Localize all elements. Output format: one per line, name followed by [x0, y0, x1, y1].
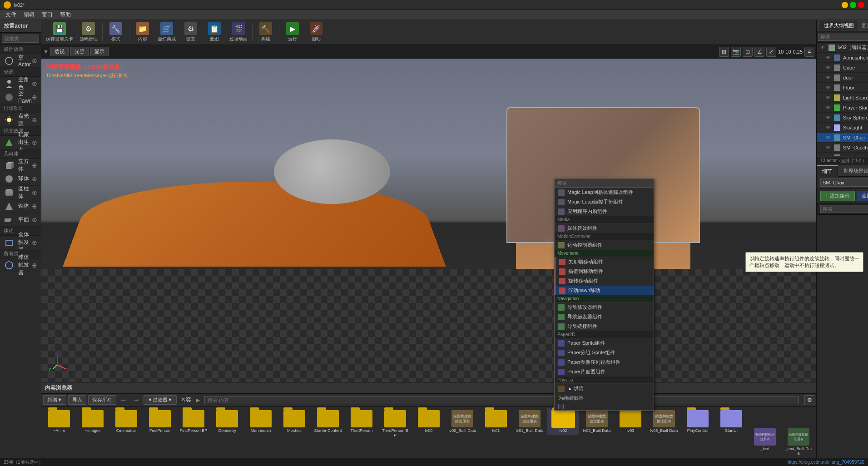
folder-firstpersonbp[interactable]: FirstPerson BP [178, 408, 209, 435]
cb-search-input[interactable] [204, 396, 799, 404]
minimize-btn[interactable] [842, 2, 848, 8]
folder-thirdperson[interactable]: ThirdPerson [346, 408, 377, 435]
dd-item-rotate[interactable]: 旋转移动组件 [555, 276, 654, 286]
pure-editor-checkbox[interactable] [558, 404, 564, 409]
folder-firstperson[interactable]: FirstPerson [144, 408, 176, 435]
item-lv01-built[interactable]: 贴图构建数据注册表 lv01_Built Data [514, 408, 546, 435]
add-item-btn[interactable]: ⊕ [32, 203, 37, 210]
dropdown-arrow[interactable]: ▼ [43, 49, 49, 55]
cb-import-btn[interactable]: 导入 [68, 395, 86, 405]
wo-item-playerstart[interactable]: 👁 Player Start PlayerStart [817, 103, 868, 113]
folder-thirdpersonbp[interactable]: ThirdPerson BP [379, 408, 411, 439]
folder-lv02[interactable]: lv02 [547, 408, 579, 435]
add-item-btn[interactable]: ⊕ [32, 216, 37, 223]
build-btn[interactable]: 🔨 构建 [254, 20, 277, 44]
show-btn[interactable]: 显示 [90, 47, 109, 56]
add-item-btn[interactable]: ⊕ [32, 162, 37, 169]
tab-details[interactable]: 细节 [817, 165, 838, 177]
wo-item-cube[interactable]: 👁 Cube StaticMeshActor [817, 63, 868, 73]
place-item-box-trigger[interactable]: 盒体触发器 ⊕ [0, 236, 41, 249]
place-item-plane[interactable]: 平面 ⊕ [0, 213, 41, 227]
add-item-btn[interactable]: ⊕ [32, 80, 37, 87]
tab-world-settings[interactable]: 世界场景设置 [838, 166, 868, 176]
item-text-map[interactable]: 贴图构建数据注册表 _text [749, 426, 781, 453]
cb-filter-btn[interactable]: ▼过滤器▼ [144, 395, 177, 405]
source-btn[interactable]: ⚙ 源码管理 [77, 20, 100, 44]
wo-item-smtable[interactable]: 👁 SM_TableRound StaticMeshActor [817, 153, 868, 156]
add-item-btn[interactable]: ⊕ [32, 189, 37, 196]
lighting-btn[interactable]: 光照 [70, 47, 89, 56]
folder-lv00[interactable]: lv00 [413, 408, 445, 435]
dd-item-interp[interactable]: 插值到移动组件 [555, 267, 654, 276]
wo-item-root[interactable]: 👁 lv02（编辑器） 世界场景 [817, 43, 868, 53]
add-item-btn[interactable]: ⊕ [32, 116, 37, 124]
blueprint-btn[interactable]: 📋 蓝图 [203, 20, 226, 44]
place-item-empty-pawn[interactable]: 空Pawn ⊕ [0, 90, 41, 104]
dd-item-media-sound[interactable]: 媒体音效组件 [555, 223, 654, 233]
dd-item-inapp[interactable]: 应用程序内购组件 [555, 207, 654, 216]
grid-icon[interactable]: ⊡ [743, 47, 753, 57]
wo-item-door[interactable]: 👁 door StaticMeshActor [817, 73, 868, 83]
dd-item-paper-tile[interactable]: Paper片贴图组件 [555, 367, 654, 377]
add-item-btn[interactable]: ⊕ [32, 239, 37, 246]
place-item-cylinder[interactable]: 圆柱体 ⊕ [0, 186, 41, 199]
settings-btn[interactable]: ⚙ 设置 [179, 20, 202, 44]
marketplace-btn[interactable]: 🛒 虚幻商城 [155, 20, 179, 44]
snap-icon[interactable]: ⊞ [719, 47, 729, 57]
save-btn[interactable]: 💾 保存当前关卡 [43, 20, 76, 44]
camera-icon[interactable]: 📷 [731, 47, 741, 57]
maximize-btn[interactable] [850, 2, 856, 8]
dd-item-paper-flip[interactable]: Paper图像序列视图组件 [555, 357, 654, 367]
prev-btn[interactable]: ← [118, 396, 129, 404]
dd-item-magicleap-mesh[interactable]: Magic Leap网格体追踪器组件 [555, 188, 654, 197]
close-btn[interactable] [858, 2, 864, 8]
item-lv00-built[interactable]: 贴图构建数据注册表 lv00_Built Data [446, 408, 478, 435]
place-item-empty-actor[interactable]: 空Actor ⊕ [0, 54, 41, 68]
add-item-btn[interactable]: ⊕ [32, 175, 37, 183]
place-item-cone[interactable]: 锥体 ⊕ [0, 199, 41, 213]
dd-item-bake[interactable]: ▲ 烘焙 [555, 384, 654, 393]
dd-item-nav-modifier[interactable]: 导航修改器组件 [555, 302, 654, 312]
dd-item-motion-ctrl[interactable]: 运动控制器组件 [555, 240, 654, 250]
menu-edit[interactable]: 编辑 [20, 10, 38, 20]
menu-file[interactable]: 文件 [2, 10, 20, 20]
dd-item-paper-sprite[interactable]: Paper Sprite组件 [555, 338, 654, 348]
place-item-sphere[interactable]: 球体 ⊕ [0, 172, 41, 186]
viewport-num[interactable]: 4 [804, 47, 814, 57]
wo-item-smchair[interactable]: 👁 SM_Chair StaticMeshActor [817, 133, 868, 143]
item-lv03-built[interactable]: 贴图构建数据注册表 lv03_Built Data [648, 408, 680, 435]
launch-btn[interactable]: 🚀 启动 [305, 20, 327, 44]
folder-lv03[interactable]: lv03 [615, 408, 646, 435]
folder-starter[interactable]: Starter Content [312, 408, 344, 435]
dd-item-nav-link[interactable]: 导航链接组件 [555, 322, 654, 331]
folder-lv01[interactable]: lv01 [480, 408, 512, 435]
folder-anim[interactable]: ~Anim [43, 408, 75, 435]
wo-item-skysphere[interactable]: 👁 Sky Sphere 编辑BP_Sky_Sph [817, 113, 868, 123]
cb-new-btn[interactable]: 新增▼ [43, 395, 66, 405]
dd-item-magicleap-touch[interactable]: Magic Leap触控手势组件 [555, 197, 654, 207]
menu-help[interactable]: 帮助 [56, 10, 74, 20]
play-btn[interactable]: ▶ 运行 [281, 20, 304, 44]
place-item-point-light[interactable]: 点光源 ⊕ [0, 113, 41, 127]
component-search-input[interactable] [555, 179, 654, 188]
dp-search-input[interactable] [820, 205, 868, 213]
item-lv02-built[interactable]: 贴图构建数据注册表 lv02_Built Data [581, 408, 613, 435]
add-item-btn[interactable]: ⊕ [32, 94, 37, 101]
dd-item-floatpawn[interactable]: 浮动pawn移动 [555, 286, 654, 295]
folder-startui[interactable]: StartUI [715, 408, 747, 435]
mode-btn[interactable]: 🔧 模式 [104, 20, 127, 44]
wo-search-input[interactable] [818, 33, 868, 41]
actor-name-input[interactable] [820, 178, 868, 187]
content-btn[interactable]: 📁 内容 [131, 20, 154, 44]
folder-geometry[interactable]: Geometry [211, 408, 243, 435]
viewport[interactable]: 光照需要重建（2未构建对象） 'DisableAllScreenMessages… [41, 59, 816, 382]
tab-layers[interactable]: 图层 [858, 21, 868, 30]
add-item-btn[interactable]: ⊕ [32, 57, 37, 64]
folder-mannequin[interactable]: Mannequin [245, 408, 277, 435]
menu-window[interactable]: 窗口 [38, 10, 56, 20]
dd-item-projectile[interactable]: 矢射物移动组件 [555, 257, 654, 267]
cinematics-btn[interactable]: 🎬 过场动画 [227, 20, 250, 44]
place-item-cube[interactable]: 立方体 ⊕ [0, 159, 41, 172]
place-item-sphere-trigger[interactable]: 球体触发器 ⊕ [0, 258, 41, 272]
folder-playcontrol[interactable]: PlayControl [682, 408, 714, 435]
